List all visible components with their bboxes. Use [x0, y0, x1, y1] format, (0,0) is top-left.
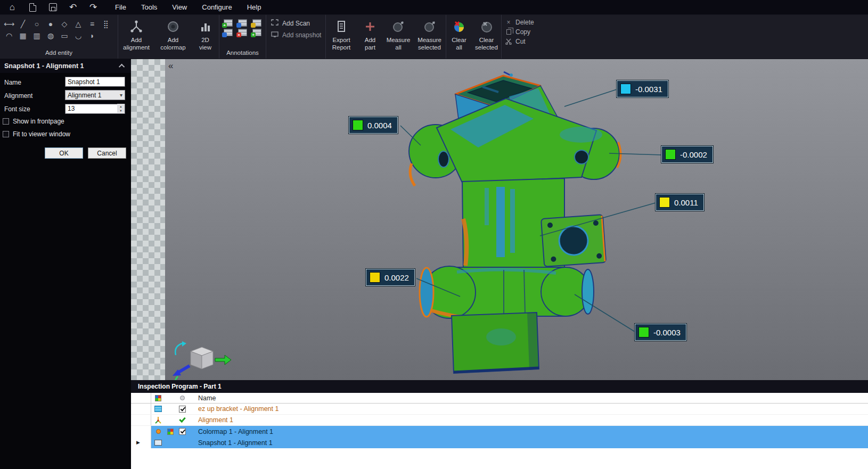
home-icon[interactable]: ⌂ [5, 2, 19, 13]
arc-icon[interactable]: ◡ [71, 30, 85, 42]
annotations-label: Annotations [223, 50, 263, 57]
annotation-columns-icon[interactable] [252, 19, 261, 27]
measure-all-button[interactable]: Measure all [383, 15, 413, 59]
rectangle-icon[interactable]: ▭ [58, 30, 71, 42]
show-in-frontpage-checkbox[interactable] [3, 118, 9, 125]
add-snapshot-button[interactable]: Add snapshot [271, 31, 325, 39]
point-grid-icon[interactable]: ⣿ [99, 18, 113, 30]
sphere-icon[interactable]: ◍ [44, 30, 58, 42]
menu-view[interactable]: View [172, 3, 187, 11]
annotation-label[interactable]: -0.0002 [661, 146, 713, 163]
measure-selected-button[interactable]: Measure selected [413, 15, 446, 59]
name-input[interactable] [65, 77, 125, 87]
annotation-label[interactable]: 0.0022 [366, 269, 415, 286]
type-column-header[interactable] [151, 395, 165, 401]
deviation-value: -0.0031 [635, 85, 662, 94]
scan-mesh-icon [154, 406, 162, 412]
annotation-label[interactable]: 0.0004 [349, 117, 398, 134]
deviation-value: 0.0022 [384, 273, 409, 282]
add-part-button[interactable]: Add part [357, 15, 383, 59]
table-row[interactable]: Colormap 1 - Alignment 1 [131, 426, 868, 437]
curve-icon[interactable]: ◠ [2, 30, 16, 42]
row-name: Snapshot 1 - Alignment 1 [189, 439, 868, 447]
stepper-arrows[interactable]: ▴ ▾ [117, 104, 125, 113]
table-row[interactable]: Alignment 1 [131, 415, 868, 426]
ellipse-icon[interactable]: ◇ [58, 18, 71, 30]
scan-icon [271, 19, 279, 27]
alignment-axes-icon [154, 416, 162, 424]
ruler-icon[interactable]: ⟷ [2, 18, 16, 30]
table-row[interactable]: ▶ Snapshot 1 - Alignment 1 [131, 437, 868, 448]
menu-help[interactable]: Help [247, 3, 261, 11]
stepper-down-icon[interactable]: ▾ [120, 109, 121, 112]
visibility-column-header[interactable] [176, 396, 189, 400]
alignment-label: Alignment [4, 92, 32, 100]
document-icon [29, 3, 36, 12]
fit-to-viewer-checkbox[interactable] [3, 131, 9, 137]
annotation-label[interactable]: -0.0031 [617, 80, 668, 97]
show-in-frontpage-row: Show in frontpage [3, 118, 64, 125]
cylinder-icon[interactable]: ▥ [30, 30, 44, 42]
remove-annotation-icon[interactable]: × [238, 29, 247, 36]
annotation-table-icon[interactable] [224, 29, 233, 36]
cancel-button[interactable]: Cancel [88, 147, 126, 159]
fit-to-viewer-label: Fit to viewer window [13, 130, 70, 138]
ok-button[interactable]: OK [45, 147, 83, 159]
copy-icon [505, 29, 512, 35]
annotation-tools: + × + [223, 19, 263, 36]
chevron-up-icon[interactable] [119, 64, 125, 70]
visibility-checkbox[interactable] [179, 406, 186, 413]
eye-icon [180, 396, 185, 400]
copy-label: Copy [515, 28, 530, 36]
menu-tools[interactable]: Tools [141, 3, 157, 11]
undo-icon[interactable]: ↶ [66, 2, 80, 13]
2d-view-button[interactable]: 2D view [192, 15, 219, 59]
clear-all-button[interactable]: Clear all [446, 15, 472, 59]
line-icon[interactable]: ╱ [16, 18, 30, 30]
annotation-label[interactable]: 0.0011 [656, 194, 704, 211]
alignment-value: Alignment 1 [68, 92, 101, 99]
menu-configure[interactable]: Configure [202, 3, 232, 11]
circle-icon[interactable]: ○ [30, 18, 44, 30]
alignment-select[interactable]: Alignment 1 ▾ [65, 90, 125, 100]
surface-icon[interactable]: ◗ [85, 30, 99, 42]
3d-viewport[interactable]: « [131, 59, 868, 380]
point-icon[interactable]: ● [44, 18, 58, 30]
table-row[interactable]: ez up bracket - Alignment 1 [131, 404, 868, 415]
entity-icon-row-2: ◠ ▦ ▥ ◍ ▭ ◡ ◗ [2, 30, 116, 42]
snapshot-item-icon [154, 440, 162, 446]
3d-scene-canvas[interactable] [131, 59, 868, 380]
add-alignment-button[interactable]: Add alignment [118, 15, 154, 59]
delete-button[interactable]: × Delete [505, 19, 539, 26]
stepper-up-icon[interactable]: ▴ [120, 104, 121, 108]
name-column-header[interactable]: Name [189, 394, 868, 402]
font-size-input[interactable] [65, 104, 125, 114]
cut-button[interactable]: Cut [505, 38, 539, 45]
new-file-icon[interactable] [26, 2, 39, 13]
add-part-icon [363, 19, 377, 35]
export-report-button[interactable]: Export Report [326, 15, 357, 59]
add-annotation-table-icon[interactable]: + [252, 29, 261, 36]
add-scan-button[interactable]: Add Scan [271, 19, 325, 27]
copy-button[interactable]: Copy [505, 28, 539, 36]
save-icon[interactable] [46, 2, 60, 13]
blue-badge-icon [236, 23, 241, 28]
redo-icon[interactable]: ↷ [86, 2, 100, 13]
annotation-label[interactable]: -0.0003 [635, 324, 686, 341]
edit-group: × Delete Copy Cut [502, 15, 539, 59]
planes-icon[interactable]: ≡ [85, 18, 99, 30]
navigation-cube[interactable] [173, 341, 231, 380]
scan-snapshot-group: Add Scan Add snapshot [266, 15, 326, 59]
annotation-list-icon[interactable] [238, 19, 247, 27]
add-annotation-icon[interactable]: + [224, 19, 233, 27]
table-grid-icon[interactable]: ▦ [16, 30, 30, 42]
inspected-part-model[interactable] [409, 72, 621, 373]
add-colormap-button[interactable]: Add colormap [154, 15, 192, 59]
add-alignment-label: Add alignment [123, 37, 150, 52]
visibility-checkbox[interactable] [179, 428, 186, 435]
menu-file[interactable]: File [115, 3, 126, 11]
color-swatch [620, 84, 631, 94]
clear-selected-button[interactable]: Clear selected [472, 15, 502, 59]
cone-icon[interactable]: △ [71, 18, 85, 30]
measure-selected-label: Measure selected [417, 37, 441, 52]
